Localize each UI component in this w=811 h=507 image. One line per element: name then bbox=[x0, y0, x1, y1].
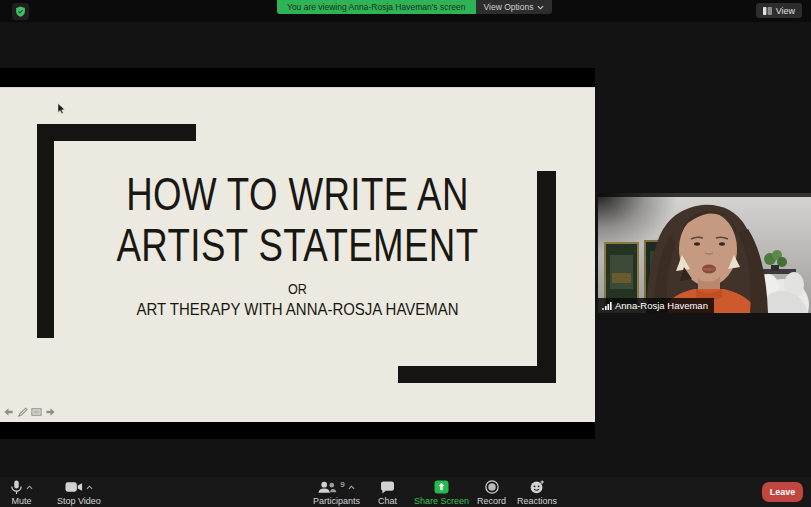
previous-slide-button[interactable] bbox=[3, 407, 14, 417]
chevron-down-icon bbox=[537, 5, 544, 10]
chat-button[interactable]: Chat bbox=[378, 479, 397, 506]
signal-bars-icon bbox=[602, 301, 612, 310]
record-icon bbox=[485, 480, 499, 494]
presentation-slide: HOW TO WRITE AN ARTIST STATEMENT OR ART … bbox=[0, 87, 595, 422]
chat-label: Chat bbox=[378, 496, 397, 506]
record-button[interactable]: Record bbox=[477, 479, 506, 506]
mute-label: Mute bbox=[11, 496, 31, 506]
share-screen-icon bbox=[434, 480, 449, 494]
screen-share-banner: You are viewing Anna-Rosja Haveman's scr… bbox=[277, 0, 552, 14]
encryption-badge[interactable] bbox=[12, 3, 29, 20]
view-options-label: View Options bbox=[484, 0, 534, 14]
participants-label: Participants bbox=[313, 496, 360, 506]
view-button-label: View bbox=[776, 6, 795, 16]
participant-name-tag: Anna-Rosja Haveman bbox=[598, 298, 714, 313]
viewing-message: You are viewing Anna-Rosja Haveman's scr… bbox=[277, 0, 476, 14]
shared-screen-region: HOW TO WRITE AN ARTIST STATEMENT OR ART … bbox=[0, 68, 595, 439]
participants-icon bbox=[318, 481, 337, 494]
share-screen-button[interactable]: Share Screen bbox=[414, 479, 469, 506]
next-slide-button[interactable] bbox=[45, 407, 56, 417]
slide-title-line2: ARTIST STATEMENT bbox=[65, 219, 529, 270]
reactions-smiley-icon bbox=[530, 480, 545, 494]
participant-video-thumbnail[interactable]: Anna-Rosja Haveman bbox=[598, 193, 811, 313]
slide-corner-bar-right bbox=[537, 171, 556, 383]
video-options-chevron-icon[interactable] bbox=[86, 485, 93, 490]
slide-connector-text: OR bbox=[30, 281, 566, 297]
participants-chevron-icon[interactable] bbox=[348, 485, 355, 490]
mouse-cursor-icon bbox=[57, 101, 66, 119]
meeting-toolbar: Mute Stop Video bbox=[0, 477, 811, 507]
stop-video-button[interactable]: Stop Video bbox=[57, 479, 101, 506]
participants-count: 9 bbox=[340, 480, 344, 489]
slide-subtitle: ART THERAPY WITH ANNA-ROSJA HAVEMAN bbox=[36, 300, 560, 320]
participant-webcam-scene bbox=[598, 193, 811, 313]
zoom-meeting-window: You are viewing Anna-Rosja Haveman's scr… bbox=[0, 0, 811, 507]
reactions-button[interactable]: Reactions bbox=[517, 479, 557, 506]
presenter-toolbar bbox=[3, 407, 56, 417]
microphone-icon bbox=[10, 480, 23, 495]
mute-options-chevron-icon[interactable] bbox=[26, 485, 33, 490]
record-label: Record bbox=[477, 496, 506, 506]
pen-tool-button[interactable] bbox=[17, 407, 28, 417]
participants-button[interactable]: 9 Participants bbox=[313, 479, 360, 506]
view-options-menu[interactable]: View Options bbox=[476, 0, 553, 14]
reactions-label: Reactions bbox=[517, 496, 557, 506]
video-camera-icon bbox=[65, 481, 83, 493]
stop-video-label: Stop Video bbox=[57, 496, 101, 506]
view-button[interactable]: View bbox=[756, 3, 802, 18]
slide-corner-bar-bottom bbox=[398, 366, 556, 383]
slide-title-line1: HOW TO WRITE AN bbox=[65, 168, 529, 219]
mute-button[interactable]: Mute bbox=[10, 479, 33, 506]
shield-check-icon bbox=[15, 6, 26, 17]
chat-bubble-icon bbox=[380, 481, 395, 494]
leave-button[interactable]: Leave bbox=[762, 482, 803, 502]
share-screen-label: Share Screen bbox=[414, 496, 469, 506]
slide-corner-bar-top bbox=[37, 124, 196, 141]
slide-title: HOW TO WRITE AN ARTIST STATEMENT bbox=[65, 168, 529, 270]
participant-name: Anna-Rosja Haveman bbox=[615, 300, 708, 311]
layout-view-icon bbox=[763, 7, 772, 15]
top-bar: You are viewing Anna-Rosja Haveman's scr… bbox=[0, 0, 811, 22]
slide-menu-button[interactable] bbox=[31, 407, 42, 417]
